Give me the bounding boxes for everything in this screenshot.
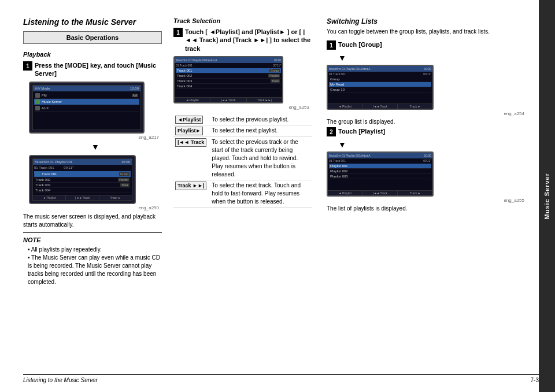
aux-icon <box>35 106 40 110</box>
table-row-track-prev: |◄◄ Track To select the previous track o… <box>173 137 312 180</box>
screen-content-1: A/V Mode 10:00 FM AM Music Server <box>32 85 141 130</box>
btn-track-prev[interactable]: |◄◄ Track <box>66 195 99 200</box>
step-1-box: 1 <box>23 61 32 71</box>
right-screen-1-header: MusicSvr 01 Playlist 001/Artist A 10:00 <box>328 66 432 72</box>
r1-header-label: MusicSvr 01 Playlist 001/Artist A <box>329 67 371 71</box>
screen-header-label: A/V Mode <box>35 87 50 90</box>
mid-sr-t004: Track 004 <box>176 84 281 89</box>
page-container: Listening to the Music Server Basic Oper… <box>0 0 555 392</box>
right-step-1-row: 1 Touch [Group] <box>327 40 527 50</box>
screen-header-time: 10:00 <box>130 87 139 90</box>
right-step-2-box: 2 <box>327 127 336 136</box>
screen-rows-1: FM AM Music Server AUX <box>33 91 140 113</box>
sidebar-label: Music Server <box>543 173 550 219</box>
sidebar: Music Server <box>539 0 555 392</box>
right-step-1-box: 1 <box>327 40 336 50</box>
r2-track-time: 00'11" <box>423 159 431 162</box>
table-key-1: ◄Playlist <box>173 114 210 125</box>
screen-row-fm: FM AM <box>34 93 139 99</box>
screen-row-music: Music Server <box>34 99 139 105</box>
sr-t002: Track 002 Playlist <box>34 177 131 183</box>
mid-btn-playlist-prev[interactable]: ◄ Playlist <box>175 98 210 102</box>
r2-btn-track[interactable]: |◄◄ Track <box>363 191 398 195</box>
col-right-inner: Switching Lists You can toggle between t… <box>324 17 527 212</box>
main-content: Listening to the Music Server Basic Oper… <box>0 0 539 392</box>
table-row-track-next: Track ►►| To select the next track. Touc… <box>173 180 312 208</box>
note-section: NOTE • All playlists play repeatedly. • … <box>23 232 162 286</box>
table-row-playlist-prev: ◄Playlist To select the previous playlis… <box>173 114 312 125</box>
section-title: Listening to the Music Server <box>23 17 162 27</box>
r1-track-info: 01 Track 001 00'11" <box>328 72 432 76</box>
screen-rows-2: Track 001 Group Track 002 Playlist Track… <box>33 171 132 194</box>
r1-screen-rows: Group My Read Group 10 <box>328 76 432 93</box>
table-desc-1: To select the previous playlist. <box>210 114 312 125</box>
av-mode-screen: A/V Mode 10:00 FM AM Music Server <box>29 82 145 134</box>
table-desc-3: To select the previous track or the star… <box>210 137 312 180</box>
right-screen-2: MusicSvr 01 Playlist 001/Artist A 10:00 … <box>327 151 434 197</box>
subsection-playback: Playback <box>23 51 162 58</box>
r2-track-info: 01 Track 001 00'11" <box>328 158 432 163</box>
screen-track-label: 01 Track 001 00'11" <box>33 165 132 171</box>
footer-left: Listening to the Music Server <box>23 377 98 383</box>
screen-header-2-label: MusicSvr 01 Playlist 001 <box>35 160 72 164</box>
switching-title: Switching Lists <box>327 17 527 25</box>
sr-t003: Track 003 Track <box>34 183 131 188</box>
mid-screen-rows: Track 001 Group Track 002 Playlist Track… <box>175 68 282 90</box>
mid-track-name: 01 Track 001 <box>176 64 193 67</box>
screen-header-2-time: 10:00 <box>121 160 130 164</box>
r1-sr-my-read: My Read <box>329 82 431 87</box>
screen-btns-2: ◄ Playlist |◄◄ Track Track ► <box>33 195 132 200</box>
r2-sr-p001: Playlist 001 <box>329 164 431 169</box>
track-table: ◄Playlist To select the previous playlis… <box>173 114 312 208</box>
track-step-1-box: 1 <box>173 28 183 37</box>
step-1-text: Press the [MODE] key, and touch [Music S… <box>35 61 162 78</box>
r1-track-time: 00'11" <box>423 72 431 76</box>
img-label-2: eng_a250 <box>29 205 159 210</box>
mid-track-time: 00'11" <box>273 64 281 67</box>
r1-header-time: 10:00 <box>424 67 431 71</box>
r2-header-time: 10:00 <box>424 154 431 157</box>
col-left: Listening to the Music Server Basic Oper… <box>23 17 162 380</box>
screen-header-1: A/V Mode 10:00 <box>33 86 140 91</box>
r1-btn-playlist[interactable]: ◄ Playlist <box>328 104 363 109</box>
r2-btn-playlist[interactable]: ◄ Playlist <box>328 191 363 195</box>
fm-icon <box>35 93 40 98</box>
mid-screen-header: MusicSvr 01 Playlist 001/Artist A 10:00 <box>175 57 282 63</box>
note-text: • All playlists play repeatedly. • The M… <box>23 246 162 286</box>
key-badge-3: |◄◄ Track <box>175 138 206 147</box>
r1-btn-track[interactable]: |◄◄ Track <box>363 104 398 109</box>
switching-desc: You can toggle between the group lists, … <box>327 28 527 36</box>
col-right: Switching Lists You can toggle between t… <box>324 17 527 380</box>
sr-t004: Track 004 <box>34 188 131 193</box>
table-desc-4: To select the next track. Touch and hold… <box>210 180 312 208</box>
r1-sr-group: Group <box>329 77 431 82</box>
btn-playlist-prev[interactable]: ◄ Playlist <box>33 195 66 200</box>
r2-header-label: MusicSvr 01 Playlist 001/Artist A <box>329 154 371 157</box>
btn-track-next[interactable]: Track ► <box>99 195 132 200</box>
mid-sr-t001: Track 001 Group <box>176 68 281 73</box>
note-bullet-1: • All playlists play repeatedly. <box>23 246 162 254</box>
right-step-1-text: Touch [Group] <box>338 40 382 49</box>
group-list-text: The group list is displayed. <box>327 119 527 125</box>
playlist-list-text: The list of playlists is displayed. <box>327 205 527 212</box>
track-step-1-text: Touch [ ◄Playlist] and [Playlist► ] or [… <box>185 28 312 53</box>
columns-layout: Listening to the Music Server Basic Oper… <box>23 17 527 380</box>
basic-ops-box: Basic Operations <box>23 31 162 44</box>
music-icon <box>35 99 40 104</box>
mid-btn-track-next[interactable]: Track ►►| <box>247 98 282 102</box>
table-row-playlist-next: Playlist► To select the next playlist. <box>173 125 312 137</box>
track-sel-title: Track Selection <box>173 17 312 24</box>
desc-text: The music server screen is displayed, an… <box>23 213 162 229</box>
right-arrow-2: ▼ <box>327 140 527 149</box>
r2-img-label: eng_a255 <box>327 198 524 203</box>
page-footer: Listening to the Music Server 7-3 <box>23 374 539 383</box>
r2-sr-p002: Playlist 002 <box>329 169 431 174</box>
mid-sr-t002: Track 002 Playlist <box>176 73 281 79</box>
key-badge-2: Playlist► <box>175 127 203 135</box>
img-label-1: eng_a217 <box>29 135 159 140</box>
mid-btn-track-prev[interactable]: |◄◄ Track <box>210 98 246 102</box>
note-bullet-2: • The Music Server can play even while a… <box>23 254 162 286</box>
r2-btn-track-next[interactable]: Track ► <box>398 191 432 195</box>
track-sel-screen: MusicSvr 01 Playlist 001/Artist A 10:00 … <box>173 56 283 103</box>
r1-btn-track-next[interactable]: Track ► <box>398 104 432 109</box>
